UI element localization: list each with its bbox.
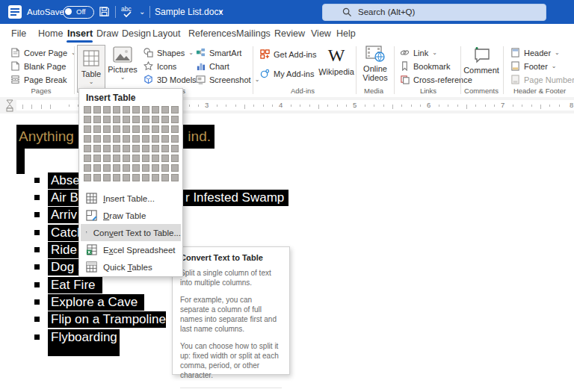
ruler-tick — [41, 105, 42, 109]
ruler-number: 4 — [279, 100, 283, 111]
cover-page-button[interactable]: Cover Page ⌄ — [10, 47, 76, 58]
ruler-tick — [50, 105, 51, 109]
3d-models-icon — [144, 75, 153, 84]
search-input[interactable]: Search (Alt+Q) — [322, 4, 546, 21]
ruler-tick — [448, 105, 448, 107]
my-add-ins-button[interactable]: My Add-ins ⌄ — [260, 68, 323, 79]
icons-icon — [144, 61, 153, 71]
ruler-number: 3 — [205, 100, 209, 111]
get-add-ins-button[interactable]: Get Add-ins — [260, 49, 316, 60]
group-divider — [503, 46, 504, 94]
tab-references[interactable]: References — [188, 27, 236, 40]
get-add-ins-icon — [260, 49, 270, 59]
menu-item-quick-tables[interactable]: Quick Tables — [81, 258, 181, 276]
wikipedia-button[interactable]: W Wikipedia — [318, 46, 354, 76]
cross-reference-icon — [400, 75, 410, 84]
table-dropdown-menu: Insert Table Insert Table... Draw Table … — [78, 88, 183, 277]
menu-item-draw-table[interactable]: Draw Table — [81, 207, 181, 224]
heading-text-right: ind. — [188, 125, 211, 149]
shapes-icon — [144, 48, 153, 57]
tooltip-title: Convert Text to Table — [180, 253, 282, 262]
ruler-tick — [365, 105, 365, 107]
ruler-tick — [318, 105, 319, 109]
ruler-number: 8 — [570, 100, 573, 111]
page-number-icon — [510, 75, 520, 84]
media-group-label: Media — [353, 87, 395, 95]
comment-button[interactable]: Comment — [463, 46, 499, 75]
ruler-tick — [263, 105, 264, 107]
insert-table-grid[interactable] — [84, 106, 179, 181]
footer-button[interactable]: Footer ⌄ — [510, 60, 557, 72]
spelling-check-button[interactable]: abc — [121, 4, 134, 19]
autosave-toggle[interactable]: Off — [63, 6, 94, 19]
bookmark-button[interactable]: Bookmark — [400, 60, 451, 72]
cross-reference-button[interactable]: Cross-reference — [400, 74, 472, 85]
bullet-icon — [34, 264, 40, 270]
spellcheck-icon: abc — [121, 4, 134, 19]
tab-review[interactable]: Review — [274, 27, 305, 40]
group-divider — [253, 46, 253, 94]
divider — [180, 388, 282, 388]
document-title[interactable]: Sample List.docx — [155, 0, 223, 24]
page-break-button[interactable]: Page Break — [10, 74, 67, 85]
tab-layout[interactable]: Layout — [152, 27, 181, 40]
chevron-down-icon: ⌄ — [552, 63, 557, 69]
tooltip-paragraph: For example, you can separate a column o… — [180, 295, 282, 334]
insert-table-header: Insert Table — [86, 93, 135, 103]
heading-highlight-wrap — [16, 148, 25, 174]
ruler-tick — [522, 105, 522, 107]
bullet-icon — [34, 299, 40, 305]
bullet-icon — [34, 247, 40, 252]
tab-home[interactable]: Home — [38, 27, 63, 40]
tab-file[interactable]: File — [11, 27, 26, 40]
header-button[interactable]: Header ⌄ — [510, 47, 560, 58]
ruler-number: 7 — [501, 100, 504, 111]
ruler-tick — [244, 105, 245, 109]
ruler-tick — [549, 105, 550, 107]
wikipedia-w-icon: W — [328, 46, 345, 65]
draw-table-icon — [86, 210, 97, 221]
tab-help[interactable]: Help — [336, 27, 356, 40]
chevron-down-icon: ⌄ — [120, 74, 126, 81]
comments-group-label: Comments — [460, 87, 503, 95]
tab-view[interactable]: View — [311, 27, 331, 40]
page-number-button[interactable]: Page Number ⌄ — [510, 74, 574, 85]
ruler-tick — [494, 105, 495, 107]
ruler-tick — [540, 105, 541, 109]
link-button[interactable]: Link ⌄ — [400, 47, 437, 58]
menu-item-excel-spreadsheet[interactable]: Excel Spreadsheet — [81, 241, 181, 258]
save-button[interactable] — [99, 6, 110, 17]
tab-mailings[interactable]: Mailings — [236, 27, 271, 40]
ruler-tick — [466, 105, 467, 109]
bullet-icon — [34, 195, 40, 200]
tab-draw[interactable]: Draw — [96, 27, 118, 40]
comment-label: Comment — [463, 66, 499, 75]
blank-page-button[interactable]: Blank Page — [10, 60, 66, 72]
pictures-button[interactable]: Pictures ⌄ — [106, 46, 139, 81]
ruler-tick — [291, 105, 291, 107]
word-app-icon — [8, 5, 22, 19]
screenshot-icon — [196, 75, 206, 84]
divider — [115, 6, 116, 18]
wikipedia-label: Wikipedia — [318, 67, 354, 76]
ruler-tick — [392, 105, 393, 109]
menu-item-convert-text-to-table[interactable]: Convert Text to Table... — [81, 224, 181, 241]
table-icon — [83, 50, 99, 66]
screenshot-button[interactable]: Screenshot ⌄ — [196, 74, 259, 85]
tab-design[interactable]: Design — [122, 27, 151, 40]
pages-group-label: Pages — [19, 87, 64, 95]
table-button[interactable]: Table ⌄ — [77, 45, 105, 93]
ruler-tick — [253, 105, 254, 107]
indent-marker[interactable] — [5, 99, 14, 112]
smartart-button[interactable]: SmartArt — [196, 47, 241, 58]
ruler-tick — [531, 105, 532, 107]
chart-icon — [196, 61, 206, 71]
ruler-tick — [327, 105, 328, 107]
menu-item-insert-table[interactable]: Insert Table... — [81, 190, 181, 207]
tab-insert[interactable]: Insert — [67, 27, 93, 40]
chart-button[interactable]: Chart — [196, 60, 229, 72]
shapes-button[interactable]: Shapes ⌄ — [144, 47, 194, 58]
customize-toolbar-chevron-icon[interactable]: ⌄ — [139, 0, 145, 24]
icons-button[interactable]: Icons — [144, 60, 176, 72]
online-videos-button[interactable]: Online Videos — [359, 46, 391, 82]
